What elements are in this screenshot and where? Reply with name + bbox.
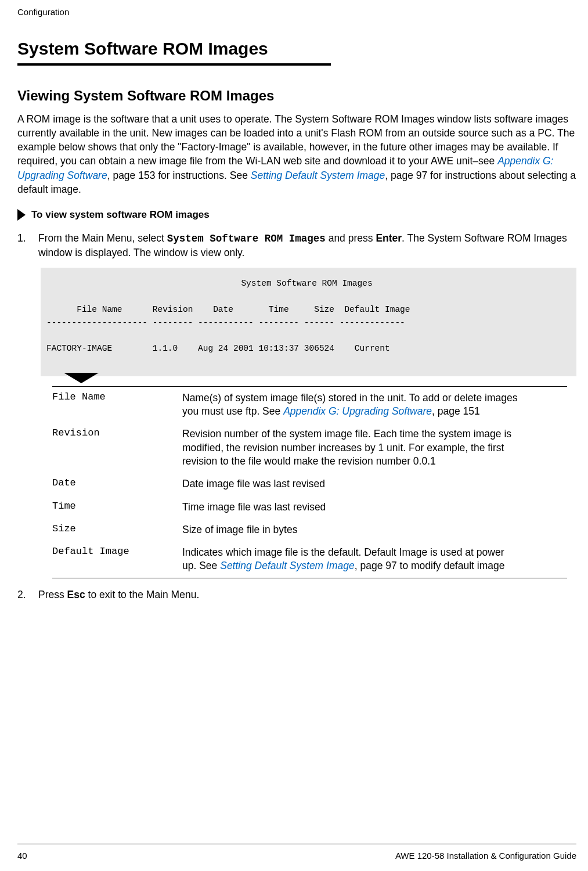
menu-item-system-software-rom-images: System Software ROM Images	[167, 233, 326, 244]
definition-row: Size Size of image file in bytes	[52, 519, 567, 541]
key-enter: Enter	[376, 232, 402, 244]
arrow-right-icon	[17, 209, 26, 221]
step1-pre: From the Main Menu, select	[38, 232, 167, 244]
intro-text-mid: , page 153 for instructions. See	[107, 170, 251, 181]
step2-pre: Press	[38, 589, 67, 600]
procedure-heading-text: To view system software ROM images	[31, 209, 210, 221]
definition-label: File Name	[52, 391, 168, 419]
link-appendix-g-2[interactable]: Appendix G: Upgrading Software	[283, 405, 432, 417]
definition-row: File Name Name(s) of system image file(s…	[52, 387, 567, 423]
definition-label: Revision	[52, 427, 168, 468]
arrow-down-icon	[64, 373, 576, 386]
terminal-screenshot: System Software ROM Images File Name Rev…	[41, 268, 576, 376]
step1-mid: and press	[326, 232, 376, 244]
definition-label: Size	[52, 523, 168, 537]
link-default-image[interactable]: Setting Default System Image	[251, 170, 385, 181]
definition-value: Indicates which image file is the defaul…	[182, 546, 519, 573]
key-esc: Esc	[67, 589, 85, 600]
definition-value: Date image file was last revised	[182, 477, 325, 491]
definition-value: Revision number of the system image file…	[182, 427, 519, 468]
page-number: 40	[17, 851, 27, 861]
def-text-post: , page 97 to modify default image	[355, 560, 505, 571]
definition-value: Name(s) of system image file(s) stored i…	[182, 391, 519, 419]
intro-text-pre: A ROM image is the software that a unit …	[17, 113, 575, 167]
running-header: Configuration	[17, 7, 576, 17]
link-default-image-2[interactable]: Setting Default System Image	[220, 560, 355, 571]
definition-row: Time Time image file was last revised	[52, 496, 567, 519]
step-number: 1.	[17, 231, 28, 260]
section-title: System Software ROM Images	[17, 39, 576, 61]
definition-value: Size of image file in bytes	[182, 523, 297, 537]
doc-title: AWE 120-58 Installation & Configuration …	[395, 851, 576, 861]
step-1: 1. From the Main Menu, select System Sof…	[17, 231, 576, 260]
footer-rule	[17, 844, 576, 844]
step2-post: to exit to the Main Menu.	[85, 589, 200, 600]
step-number: 2.	[17, 588, 28, 602]
page-footer: 40 AWE 120-58 Installation & Configurati…	[17, 851, 576, 861]
def-text-post: , page 151	[432, 405, 480, 417]
subsection-title: Viewing System Software ROM Images	[17, 88, 576, 104]
definition-value: Time image file was last revised	[182, 501, 326, 514]
screenshot-divider-row: -------------------- -------- ----------…	[46, 318, 405, 327]
svg-marker-1	[64, 373, 99, 383]
definitions-table: File Name Name(s) of system image file(s…	[52, 386, 567, 578]
definition-row: Default Image Indicates which image file…	[52, 541, 567, 578]
definition-label: Date	[52, 477, 168, 491]
screenshot-title: System Software ROM Images	[46, 277, 567, 290]
intro-paragraph: A ROM image is the software that a unit …	[17, 112, 576, 196]
screenshot-header-row: File Name Revision Date Time Size Defaul…	[46, 305, 410, 314]
definition-label: Time	[52, 501, 168, 514]
definition-row: Revision Revision number of the system i…	[52, 423, 567, 473]
step-2: 2. Press Esc to exit to the Main Menu.	[17, 588, 576, 602]
screenshot-data-row: FACTORY-IMAGE 1.1.0 Aug 24 2001 10:13:37…	[46, 344, 390, 353]
procedure-heading: To view system software ROM images	[17, 209, 576, 221]
definition-label: Default Image	[52, 546, 168, 573]
definition-row: Date Date image file was last revised	[52, 473, 567, 495]
section-underline	[17, 63, 331, 66]
svg-marker-0	[17, 209, 26, 221]
